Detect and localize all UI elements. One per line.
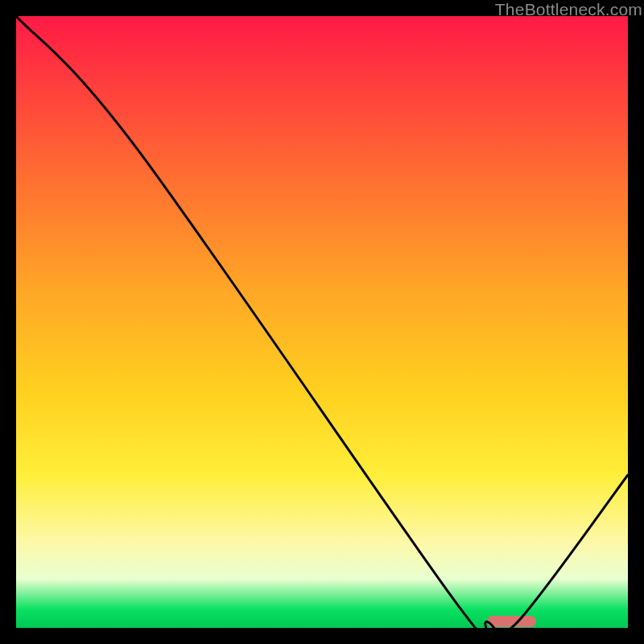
chart-frame	[16, 16, 628, 628]
bottleneck-curve-line	[16, 16, 628, 628]
